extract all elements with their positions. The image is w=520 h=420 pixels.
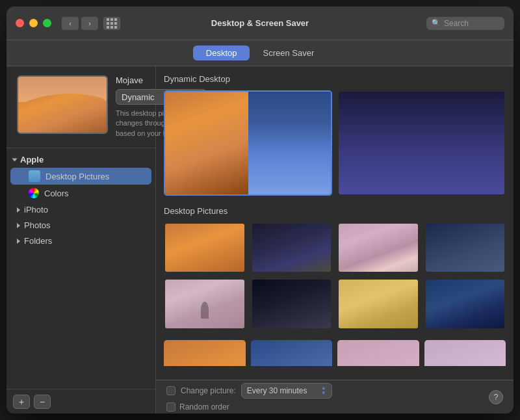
bottom-bar: Change picture: Every 30 minutes ▲ ▼ Ran… bbox=[156, 380, 514, 413]
sidebar-item-desktop-pictures[interactable]: Desktop Pictures bbox=[10, 168, 151, 185]
window-title: Desktop & Screen Saver bbox=[211, 18, 309, 28]
interval-dropdown[interactable]: Every 30 minutes ▲ ▼ bbox=[241, 383, 332, 399]
folder-icon bbox=[29, 170, 40, 182]
thumb-desert-orange[interactable] bbox=[164, 222, 246, 273]
back-icon: ‹ bbox=[69, 20, 72, 27]
thumb-city-dark[interactable] bbox=[251, 278, 333, 329]
grid-icon bbox=[107, 18, 117, 29]
close-button[interactable] bbox=[16, 19, 24, 27]
main-content: Mojave Dynamic ▲ ▼ This desktop picture … bbox=[6, 66, 514, 413]
source-group-apple-header[interactable]: Apple bbox=[6, 152, 155, 167]
sidebar-item-colors[interactable]: Colors bbox=[10, 185, 151, 201]
sidebar-item-folders[interactable]: Folders bbox=[10, 233, 151, 248]
remove-button[interactable]: − bbox=[34, 395, 51, 409]
tab-desktop[interactable]: Desktop bbox=[193, 46, 250, 60]
dynamic-section: Dynamic Desktop bbox=[164, 74, 506, 196]
dynamic-section-title: Dynamic Desktop bbox=[164, 74, 506, 84]
item-label: Folders bbox=[24, 236, 52, 246]
thumb-desert-dark[interactable] bbox=[251, 222, 333, 273]
tabbar: Desktop Screen Saver bbox=[6, 40, 514, 66]
grid-button[interactable] bbox=[103, 17, 120, 30]
change-picture-label: Change picture: bbox=[181, 386, 236, 395]
remove-icon: − bbox=[40, 397, 45, 407]
split-right bbox=[248, 92, 332, 194]
desktop-pictures-section: Desktop Pictures bbox=[164, 206, 506, 366]
collapsed-icon bbox=[17, 239, 20, 244]
tab-screensaver[interactable]: Screen Saver bbox=[250, 46, 327, 60]
collapsed-icon bbox=[17, 223, 20, 228]
collapsed-icon bbox=[17, 207, 20, 213]
thumb-image bbox=[426, 224, 505, 272]
main-window: ‹ › Desktop & Screen Saver 🔍 Desktop Scr… bbox=[6, 7, 514, 413]
random-order-row: Random order bbox=[166, 402, 332, 412]
color-circle-icon bbox=[29, 188, 39, 198]
partial-thumb-1[interactable] bbox=[164, 340, 246, 366]
help-icon: ? bbox=[494, 393, 499, 402]
thumb-image bbox=[165, 224, 244, 272]
desktop-preview bbox=[17, 75, 108, 134]
source-list: Apple Desktop Pictures Colors iPhoto bbox=[6, 148, 155, 389]
images-panel: Dynamic Desktop bbox=[156, 66, 514, 380]
forward-button[interactable]: › bbox=[81, 17, 98, 30]
forward-icon: › bbox=[88, 20, 91, 27]
sidebar-item-photos[interactable]: Photos bbox=[10, 218, 151, 233]
partial-thumb-4[interactable] bbox=[424, 340, 506, 366]
change-picture-checkbox[interactable] bbox=[166, 386, 176, 395]
thumb-image bbox=[426, 280, 505, 328]
item-label: Colors bbox=[44, 189, 69, 198]
dune-layer bbox=[17, 94, 108, 133]
desktop-pictures-title: Desktop Pictures bbox=[164, 206, 506, 216]
expand-icon bbox=[12, 158, 18, 161]
preview-area: Mojave Dynamic ▲ ▼ This desktop picture … bbox=[6, 66, 155, 148]
partial-row bbox=[164, 340, 506, 366]
nav-buttons: ‹ › bbox=[62, 17, 98, 30]
add-icon: + bbox=[19, 397, 24, 407]
random-order-label: Random order bbox=[179, 402, 229, 412]
desktop-pictures-grid bbox=[164, 222, 506, 330]
sidebar: Mojave Dynamic ▲ ▼ This desktop picture … bbox=[6, 66, 156, 413]
thumb-blue-dunes[interactable] bbox=[424, 278, 506, 329]
thumb-image bbox=[252, 224, 332, 272]
thumb-desert-pink[interactable] bbox=[337, 222, 419, 273]
split-left bbox=[165, 92, 248, 194]
thumb-mojave-dynamic[interactable] bbox=[164, 90, 332, 196]
item-label: Desktop Pictures bbox=[46, 172, 109, 181]
sidebar-toolbar: + − bbox=[6, 389, 155, 413]
source-group-apple: Apple Desktop Pictures Colors bbox=[6, 152, 155, 201]
bottom-options: Change picture: Every 30 minutes ▲ ▼ Ran… bbox=[166, 383, 332, 412]
search-input[interactable] bbox=[444, 19, 502, 28]
partial-thumb-3[interactable] bbox=[337, 340, 419, 366]
add-button[interactable]: + bbox=[13, 395, 30, 409]
item-label: iPhoto bbox=[24, 205, 48, 215]
traffic-lights bbox=[16, 19, 51, 27]
dynamic-grid bbox=[164, 90, 506, 196]
maximize-button[interactable] bbox=[43, 19, 51, 27]
interval-value: Every 30 minutes bbox=[247, 386, 321, 395]
thumb-image bbox=[339, 224, 418, 272]
thumb-mojave-blue[interactable] bbox=[337, 90, 506, 196]
thumb-image bbox=[339, 92, 504, 194]
thumb-image bbox=[339, 280, 418, 328]
partial-thumb-2[interactable] bbox=[251, 340, 333, 366]
thumb-sand-dunes[interactable] bbox=[337, 278, 419, 329]
right-panel: Dynamic Desktop bbox=[156, 66, 514, 413]
search-box[interactable]: 🔍 bbox=[426, 17, 504, 30]
random-order-checkbox[interactable] bbox=[166, 402, 176, 412]
back-button[interactable]: ‹ bbox=[62, 17, 79, 30]
titlebar: ‹ › Desktop & Screen Saver 🔍 bbox=[6, 7, 514, 40]
help-button[interactable]: ? bbox=[489, 390, 503, 404]
thumb-blue-night[interactable] bbox=[424, 222, 506, 273]
item-label: Photos bbox=[24, 220, 50, 230]
interval-arrows: ▲ ▼ bbox=[321, 386, 326, 396]
thumb-image bbox=[165, 92, 331, 194]
search-icon: 🔍 bbox=[432, 19, 441, 27]
group-label: Apple bbox=[20, 155, 44, 164]
preview-image bbox=[18, 77, 107, 133]
sidebar-item-iphoto[interactable]: iPhoto bbox=[10, 202, 151, 217]
change-picture-row: Change picture: Every 30 minutes ▲ ▼ bbox=[166, 383, 332, 399]
thumb-island-pink[interactable] bbox=[164, 278, 246, 329]
minimize-button[interactable] bbox=[29, 19, 38, 27]
